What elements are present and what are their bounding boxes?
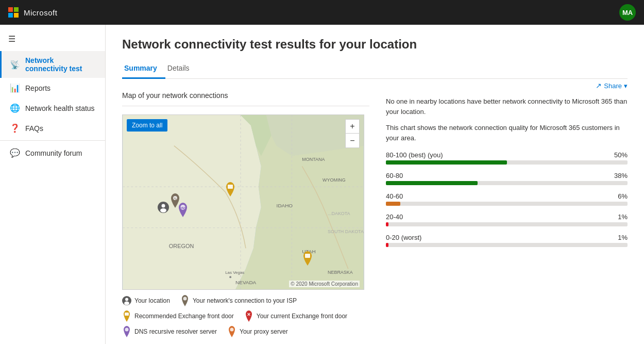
hamburger-menu[interactable]: ☰ bbox=[0, 29, 105, 51]
chart-label-0-20: 0-20 (worst) bbox=[386, 234, 421, 241]
svg-text:✕: ✕ bbox=[247, 312, 251, 317]
chart-description: This chart shows the network connection … bbox=[386, 123, 628, 143]
svg-text:IDAHO: IDAHO bbox=[277, 203, 293, 208]
svg-point-22 bbox=[162, 204, 165, 208]
share-icon: ↗ bbox=[596, 81, 602, 90]
recommended-exchange-pin-2 bbox=[302, 251, 313, 268]
share-label: Share bbox=[604, 82, 622, 90]
chart-label-40-60: 40-60 bbox=[386, 192, 403, 200]
svg-text:WYOMING: WYOMING bbox=[323, 177, 346, 183]
dns-resolver-pin: DNS bbox=[177, 203, 189, 219]
chart-row-40-60: 40-60 6% bbox=[386, 192, 628, 206]
network-health-icon: 🌐 bbox=[10, 103, 20, 113]
share-button[interactable]: ↗ Share ▾ bbox=[596, 81, 628, 90]
isp-legend-icon bbox=[180, 295, 190, 306]
legend-your-location: Your location bbox=[122, 295, 170, 306]
tab-summary[interactable]: Summary bbox=[122, 60, 165, 79]
chart-bar-bg-0-20 bbox=[386, 243, 628, 247]
map-copyright: © 2020 Microsoft Corporation bbox=[289, 281, 360, 287]
network-connectivity-icon: 📡 bbox=[10, 60, 20, 70]
zoom-out-button[interactable]: − bbox=[345, 134, 360, 148]
chart-pct-60-80: 38% bbox=[614, 172, 628, 179]
svg-text:∿: ∿ bbox=[174, 196, 177, 201]
topbar: Microsoft MA bbox=[0, 0, 644, 25]
chart-bar-bg-60-80 bbox=[386, 181, 628, 185]
svg-point-38 bbox=[230, 328, 234, 332]
faqs-icon: ❓ bbox=[10, 123, 20, 133]
chart-row-0-20: 0-20 (worst) 1% bbox=[386, 234, 628, 247]
avatar[interactable]: MA bbox=[619, 4, 636, 21]
svg-text:OREGON: OREGON bbox=[169, 243, 194, 249]
zoom-to-all-button[interactable]: Zoom to all bbox=[127, 119, 167, 132]
chart-label-60-80: 60-80 bbox=[386, 172, 403, 179]
chart-pct-80-100: 50% bbox=[614, 151, 628, 159]
recommended-exchange-pin-1 bbox=[225, 182, 236, 199]
legend-proxy-server: Your proxy server bbox=[227, 326, 288, 337]
sidebar-divider bbox=[0, 140, 105, 141]
sidebar-item-label: Network health status bbox=[25, 104, 95, 112]
chart-bar-fill-40-60 bbox=[386, 202, 400, 206]
svg-rect-35 bbox=[125, 313, 129, 316]
svg-point-23 bbox=[160, 208, 166, 212]
tab-details[interactable]: Details bbox=[165, 60, 198, 79]
legend-label: Your network's connection to your ISP bbox=[193, 297, 297, 304]
topbar-left: Microsoft bbox=[8, 7, 57, 18]
community-forum-icon: 💬 bbox=[10, 148, 20, 158]
svg-text:DNS: DNS bbox=[179, 206, 187, 210]
hamburger-icon[interactable]: ☰ bbox=[8, 35, 15, 43]
content-area: Map of your network connections bbox=[122, 91, 628, 337]
legend-recommended-exchange: Recommended Exchange front door bbox=[122, 310, 234, 322]
sidebar-item-community-forum[interactable]: 💬 Community forum bbox=[0, 143, 105, 163]
map-zoom-controls: + − bbox=[345, 119, 360, 148]
sidebar-item-label: FAQs bbox=[25, 124, 43, 133]
chart-pct-20-40: 1% bbox=[618, 213, 628, 221]
svg-point-20 bbox=[229, 276, 231, 278]
chart-pct-40-60: 6% bbox=[618, 192, 628, 200]
chart-row-60-80: 60-80 38% bbox=[386, 172, 628, 185]
chart-bar-fill-20-40 bbox=[386, 222, 388, 226]
chart-bar-fill-80-100 bbox=[386, 160, 507, 165]
legend-isp: Your network's connection to your ISP bbox=[180, 295, 297, 306]
legend-label: Recommended Exchange front door bbox=[134, 313, 234, 320]
sidebar-item-network-connectivity[interactable]: 📡 Network connectivity test bbox=[0, 51, 105, 78]
page-title: Network connectivity test results for yo… bbox=[122, 37, 628, 52]
quality-chart: 80-100 (best) (you) 50% 60-80 38% bbox=[386, 151, 628, 247]
your-location-legend-icon bbox=[122, 296, 131, 305]
chart-row-80-100: 80-100 (best) (you) 50% bbox=[386, 151, 628, 165]
map-section-title: Map of your network connections bbox=[122, 91, 369, 100]
svg-text:SOUTH DAKOTA: SOUTH DAKOTA bbox=[328, 229, 364, 234]
chart-pct-0-20: 1% bbox=[618, 234, 628, 241]
legend-current-exchange: ✕ Your current Exchange front door bbox=[244, 310, 347, 322]
sidebar-item-reports[interactable]: 📊 Reports bbox=[0, 78, 105, 98]
proxy-legend-icon bbox=[227, 326, 236, 337]
svg-point-37 bbox=[125, 328, 129, 332]
chart-label-80-100: 80-100 (best) (you) bbox=[386, 151, 443, 159]
svg-point-34 bbox=[183, 297, 187, 301]
sidebar-item-network-health[interactable]: 🌐 Network health status bbox=[0, 98, 105, 118]
svg-text:MONTANA: MONTANA bbox=[302, 157, 325, 162]
chart-bar-bg-20-40 bbox=[386, 222, 628, 226]
legend-label: Your location bbox=[134, 297, 170, 304]
right-panel: No one in nearby locations have better n… bbox=[386, 91, 628, 337]
left-panel: Map of your network connections bbox=[122, 91, 369, 337]
zoom-in-button[interactable]: + bbox=[345, 119, 360, 134]
chart-bar-fill-0-20 bbox=[386, 243, 388, 247]
chart-label-20-40: 20-40 bbox=[386, 213, 403, 221]
chart-bar-bg-80-100 bbox=[386, 160, 628, 165]
tabs: Summary Details bbox=[122, 60, 628, 79]
legend-dns-resolver: DNS recursive resolver server bbox=[122, 326, 217, 337]
share-chevron-icon: ▾ bbox=[624, 82, 628, 90]
sidebar-item-faqs[interactable]: ❓ FAQs bbox=[0, 118, 105, 138]
legend-label: Your proxy server bbox=[240, 328, 288, 335]
sidebar-item-label: Community forum bbox=[25, 149, 82, 157]
dns-legend-icon bbox=[122, 326, 131, 337]
main-content: Network connectivity test results for yo… bbox=[106, 25, 644, 344]
sidebar-item-label: Network connectivity test bbox=[25, 56, 97, 73]
your-location-pin bbox=[158, 202, 169, 215]
legend-label: DNS recursive resolver server bbox=[134, 328, 217, 335]
map-divider bbox=[122, 106, 369, 106]
sidebar: ☰ 📡 Network connectivity test 📊 Reports … bbox=[0, 25, 106, 344]
recommended-exchange-legend-icon bbox=[122, 310, 131, 322]
svg-rect-26 bbox=[228, 185, 233, 189]
svg-text:...DAKOTA: ...DAKOTA bbox=[328, 211, 350, 216]
